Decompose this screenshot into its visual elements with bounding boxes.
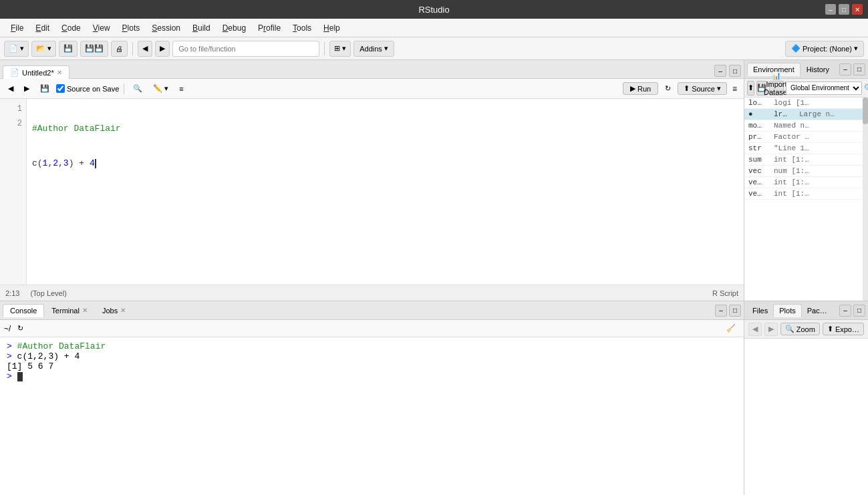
run-icon: ▶ bbox=[630, 84, 635, 93]
expand-console-button[interactable]: □ bbox=[729, 305, 741, 317]
menu-edit[interactable]: Edit bbox=[30, 21, 55, 35]
env-var-ve1-name: ve… bbox=[748, 178, 774, 186]
env-scrollbar[interactable] bbox=[863, 98, 868, 301]
run-button[interactable]: ▶ Run bbox=[623, 82, 658, 95]
env-var-lo-type: logi [1… bbox=[774, 99, 864, 107]
console-line-2: > c(1,2,3) + 4 bbox=[7, 351, 737, 361]
plots-tab-label: Plots bbox=[779, 307, 795, 315]
env-var-lo[interactable]: lo… logi [1… bbox=[744, 98, 868, 109]
grid-button[interactable]: ⊞ ▾ bbox=[329, 41, 351, 57]
env-search-button[interactable]: 🔍 bbox=[864, 81, 868, 95]
find-button[interactable]: 🔍 bbox=[129, 84, 146, 94]
console-toolbar: ~/ ↻ 🧹 bbox=[0, 320, 744, 337]
menu-session[interactable]: Session bbox=[146, 21, 186, 35]
env-var-str[interactable]: str "Line 1… bbox=[744, 143, 868, 154]
menu-file[interactable]: File bbox=[5, 21, 29, 35]
line-numbers: 1 2 bbox=[0, 99, 27, 285]
menu-view[interactable]: View bbox=[88, 21, 116, 35]
env-tab-history[interactable]: History bbox=[801, 63, 835, 76]
terminal-tab-label: Terminal bbox=[51, 307, 80, 315]
menu-debug[interactable]: Debug bbox=[217, 21, 251, 35]
menu-tools[interactable]: Tools bbox=[287, 21, 317, 35]
plots-back-button[interactable]: ◀ bbox=[748, 323, 762, 336]
expand-env-button[interactable]: □ bbox=[853, 63, 865, 75]
console-clear-button[interactable]: 🧹 bbox=[722, 323, 740, 333]
right-panel: Environment History – □ ⬆ 💾 📊 Import Dat… bbox=[744, 60, 868, 495]
menu-help[interactable]: Help bbox=[318, 21, 345, 35]
files-tab-plots[interactable]: Plots bbox=[773, 304, 801, 317]
editor-tab-controls: – □ bbox=[714, 65, 741, 78]
editor-toolbar-sep-1 bbox=[124, 84, 124, 94]
console-content[interactable]: > #Author DataFlair > c(1,2,3) + 4 [1] 5… bbox=[0, 337, 744, 495]
code-level: (Top Level) bbox=[30, 289, 66, 297]
plots-export-button[interactable]: ⬆ Expo… bbox=[823, 323, 864, 335]
maximize-button[interactable]: □ bbox=[839, 4, 849, 15]
save-button[interactable]: 💾 bbox=[59, 41, 78, 57]
code-editor[interactable]: 1 2 #Author DataFlair c(1,2,3) + 4 bbox=[0, 99, 744, 285]
console-tab-console[interactable]: Console bbox=[3, 304, 44, 317]
env-var-ve1[interactable]: ve… int [1:… bbox=[744, 177, 868, 188]
save-all-button[interactable]: 💾💾 bbox=[80, 41, 108, 57]
collapse-editor-button[interactable]: – bbox=[714, 65, 726, 77]
env-var-pr[interactable]: pr… Factor … bbox=[744, 132, 868, 143]
collapse-console-button[interactable]: – bbox=[715, 305, 727, 317]
expand-files-button[interactable]: □ bbox=[853, 305, 865, 317]
code-content[interactable]: #Author DataFlair c(1,2,3) + 4 bbox=[27, 99, 744, 285]
menu-plots[interactable]: Plots bbox=[117, 21, 146, 35]
source-on-save-checkbox[interactable] bbox=[56, 84, 65, 93]
menu-code[interactable]: Code bbox=[56, 21, 86, 35]
console-workdir: ~/ bbox=[4, 324, 11, 333]
files-tab-packages[interactable]: Pac… bbox=[802, 305, 833, 317]
global-env-select[interactable]: Global Environment bbox=[786, 81, 862, 95]
new-file-button[interactable]: 📄 ▾ bbox=[4, 41, 29, 57]
env-var-lr[interactable]: ● lr… Large n… bbox=[744, 109, 868, 120]
jobs-tab-close[interactable]: ✕ bbox=[120, 307, 126, 314]
code-tools-button[interactable]: ✏️ ▾ bbox=[149, 84, 172, 94]
env-tab-controls: – □ bbox=[839, 63, 865, 75]
go-button[interactable]: ▶ bbox=[155, 41, 170, 57]
go-to-input[interactable] bbox=[172, 41, 319, 57]
editor-options-button[interactable]: ≡ bbox=[730, 83, 740, 95]
code-line-1: #Author DataFlair bbox=[32, 122, 738, 136]
redo-button[interactable]: ▶ bbox=[20, 84, 33, 94]
tab-close-icon[interactable]: ✕ bbox=[57, 69, 62, 76]
expand-editor-button[interactable]: □ bbox=[729, 65, 741, 77]
env-var-lr-type: Large n… bbox=[799, 110, 864, 118]
files-panel: Files Plots Pac… – □ ◀ ▶ 🔍 Zoom bbox=[744, 301, 868, 495]
compile-button[interactable]: ≡ bbox=[175, 84, 187, 94]
menu-build[interactable]: Build bbox=[187, 21, 216, 35]
env-import-button[interactable]: ⬆ bbox=[747, 81, 754, 96]
files-tab-files[interactable]: Files bbox=[747, 305, 773, 317]
tab-file-icon: 📄 bbox=[10, 68, 19, 77]
menu-profile[interactable]: Profile bbox=[253, 21, 286, 35]
console-refresh-button[interactable]: ↻ bbox=[13, 323, 27, 333]
collapse-env-button[interactable]: – bbox=[839, 63, 851, 75]
source-button[interactable]: ⬆ Source ▾ bbox=[678, 82, 727, 95]
addins-button[interactable]: Addins ▾ bbox=[353, 41, 394, 57]
editor-tab-untitled2[interactable]: 📄 Untitled2* ✕ bbox=[3, 65, 69, 79]
project-selector[interactable]: 🔷 Project: (None) ▾ bbox=[785, 41, 864, 57]
env-var-sum[interactable]: sum int [1:… bbox=[744, 154, 868, 166]
console-tab-jobs[interactable]: Jobs ✕ bbox=[95, 304, 133, 317]
close-button[interactable]: ✕ bbox=[852, 4, 863, 15]
editor-status-bar: 2:13 (Top Level) R Script bbox=[0, 285, 744, 301]
collapse-files-button[interactable]: – bbox=[839, 305, 851, 317]
env-var-mo[interactable]: mo… Named n… bbox=[744, 120, 868, 132]
env-var-vec[interactable]: vec num [1:… bbox=[744, 166, 868, 177]
env-import-dataset-button[interactable]: 📊 Import Dataset ▾ bbox=[769, 81, 784, 96]
re-run-button[interactable]: ↻ bbox=[661, 84, 675, 94]
console-tab-terminal[interactable]: Terminal ✕ bbox=[44, 304, 95, 317]
undo-button[interactable]: ◀ bbox=[4, 84, 17, 94]
open-file-button[interactable]: 📂 ▾ bbox=[31, 41, 56, 57]
back-button[interactable]: ◀ bbox=[138, 41, 152, 57]
source-on-save-label[interactable]: Source on Save bbox=[56, 84, 119, 93]
env-var-ve2[interactable]: ve… int [1:… bbox=[744, 188, 868, 200]
plots-forward-button[interactable]: ▶ bbox=[764, 323, 778, 336]
print-button[interactable]: 🖨 bbox=[111, 41, 128, 57]
zoom-icon: 🔍 bbox=[785, 325, 794, 333]
plots-zoom-button[interactable]: 🔍 Zoom bbox=[780, 323, 820, 335]
minimize-button[interactable]: – bbox=[825, 4, 836, 15]
env-var-str-type: "Line 1… bbox=[774, 144, 864, 152]
terminal-tab-close[interactable]: ✕ bbox=[82, 307, 88, 314]
save-editor-button[interactable]: 💾 bbox=[36, 84, 53, 94]
